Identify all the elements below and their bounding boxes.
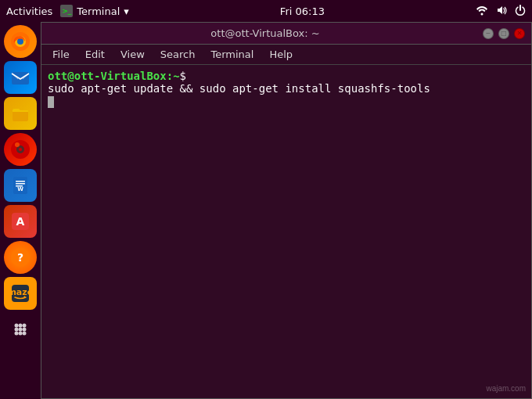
svg-text:W: W — [17, 186, 23, 192]
dock-item-apps-grid[interactable] — [4, 313, 37, 346]
terminal-cursor — [48, 96, 54, 108]
taskbar-terminal[interactable]: >_ Terminal ▾ — [60, 5, 128, 17]
svg-point-29 — [23, 332, 27, 336]
svg-point-3 — [17, 38, 23, 45]
dock-item-files[interactable] — [4, 97, 37, 130]
dock-item-help[interactable]: ? — [4, 241, 37, 274]
terminal-prompt-symbol: $ — [180, 70, 186, 82]
terminal-menubar: File Edit View Search Terminal Help — [41, 45, 531, 65]
svg-text:A: A — [16, 215, 25, 228]
system-bar-left: Activities >_ Terminal ▾ — [6, 5, 129, 17]
dock-item-libreoffice[interactable]: W — [4, 169, 37, 202]
svg-rect-4 — [12, 72, 29, 84]
svg-rect-12 — [16, 183, 25, 185]
menu-view[interactable]: View — [114, 47, 151, 62]
svg-point-25 — [19, 328, 23, 332]
dock-item-email[interactable] — [4, 61, 37, 94]
svg-point-21 — [15, 324, 19, 328]
dock-item-music[interactable] — [4, 133, 37, 166]
svg-point-0 — [480, 13, 483, 15]
dock-item-firefox[interactable] — [4, 25, 37, 58]
terminal-titlebar: ott@ott-VirtualBox: ~ ─ □ ✕ — [41, 23, 531, 45]
svg-point-8 — [19, 148, 22, 151]
svg-text:?: ? — [17, 251, 23, 264]
terminal-window: ott@ott-VirtualBox: ~ ─ □ ✕ File Edit Vi… — [41, 22, 532, 399]
dock-item-software[interactable]: A — [4, 205, 37, 238]
power-icon[interactable] — [515, 5, 526, 18]
menu-file[interactable]: File — [46, 47, 76, 62]
taskbar-terminal-label: Terminal — [77, 5, 120, 17]
minimize-button[interactable]: ─ — [483, 28, 494, 39]
dock: W A ? amazon — [0, 22, 41, 399]
svg-point-9 — [15, 142, 20, 147]
svg-point-27 — [15, 332, 19, 336]
maximize-button[interactable]: □ — [498, 28, 509, 39]
window-controls: ─ □ ✕ — [483, 28, 525, 39]
svg-point-23 — [23, 324, 27, 328]
svg-point-26 — [23, 328, 27, 332]
menu-search[interactable]: Search — [154, 47, 202, 62]
volume-icon[interactable] — [496, 5, 507, 18]
svg-rect-11 — [16, 181, 25, 182]
menu-terminal[interactable]: Terminal — [204, 47, 260, 62]
terminal-line: ott@ott-VirtualBox: ~ $ sudo apt-get upd… — [48, 70, 525, 95]
svg-text:amazon: amazon — [9, 287, 31, 297]
dock-item-amazon[interactable]: amazon — [4, 277, 37, 310]
terminal-command: sudo apt-get update && sudo apt-get inst… — [48, 82, 430, 95]
watermark: wajam.com — [486, 384, 526, 393]
activities-button[interactable]: Activities — [6, 5, 52, 17]
svg-point-28 — [19, 332, 23, 336]
system-clock[interactable]: Fri 06:13 — [280, 5, 325, 17]
system-tray — [476, 5, 526, 18]
network-icon[interactable] — [476, 5, 488, 18]
menu-help[interactable]: Help — [263, 47, 299, 62]
terminal-prompt-dir: ~ — [173, 70, 179, 82]
taskbar-terminal-arrow: ▾ — [124, 5, 129, 17]
svg-point-22 — [19, 324, 23, 328]
system-bar: Activities >_ Terminal ▾ Fri 06:13 — [0, 0, 532, 22]
terminal-content[interactable]: ott@ott-VirtualBox: ~ $ sudo apt-get upd… — [41, 65, 531, 398]
svg-rect-5 — [13, 110, 28, 121]
terminal-title: ott@ott-VirtualBox: ~ — [210, 27, 319, 39]
taskbar-terminal-icon: >_ — [60, 5, 73, 17]
menu-edit[interactable]: Edit — [79, 47, 111, 62]
close-button[interactable]: ✕ — [514, 28, 525, 39]
svg-point-24 — [15, 328, 19, 332]
terminal-prompt-user: ott@ott-VirtualBox: — [48, 70, 173, 82]
main-area: W A ? amazon — [0, 22, 532, 399]
